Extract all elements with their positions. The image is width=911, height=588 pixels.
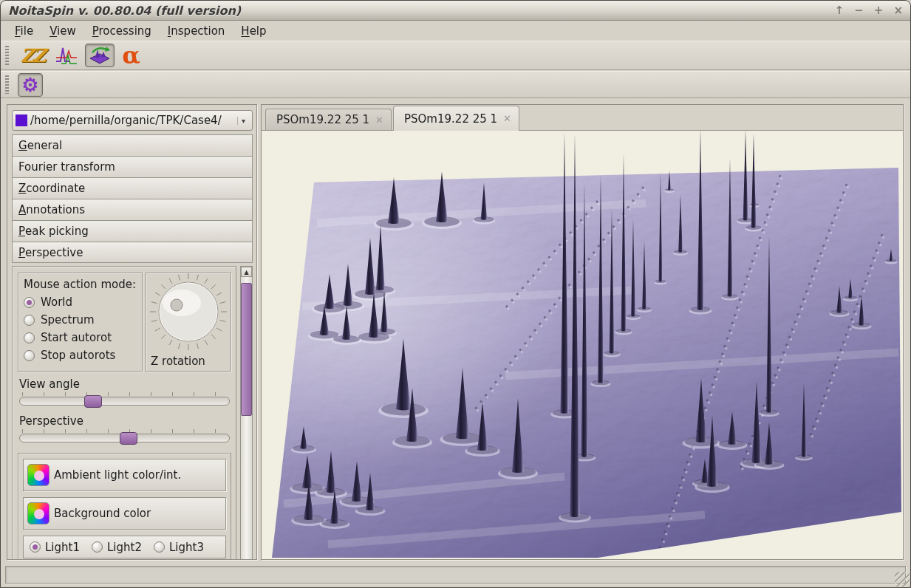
sidebar-section-peak-picking[interactable]: Peak picking <box>12 220 253 242</box>
mouse-mode-stop-autorots-radio[interactable] <box>24 350 35 361</box>
slider-stack: View anglePerspective <box>18 377 231 445</box>
application-window: { "window": { "title": "NoitaSpin v. 00.… <box>0 0 911 588</box>
sidebar-scrollbar[interactable]: ▲ ▼ <box>240 266 253 560</box>
light-select-group: Light1Light2Light3 <box>23 536 226 558</box>
perspective-section-body: Mouse action mode: WorldSpectrumStart au… <box>12 266 253 560</box>
lighting-group: Ambient light color/int. Background colo… <box>18 453 231 560</box>
light2-label: Light2 <box>107 541 142 554</box>
background-color-button[interactable]: Background color <box>23 497 226 530</box>
spectrum-peaks-icon <box>55 45 78 66</box>
color-wheel-icon <box>27 464 50 486</box>
mouse-mode-spectrum-option[interactable]: Spectrum <box>24 313 142 327</box>
control-sidebar: /home/pernilla/organic/TPK/Case4/ ▾ Gene… <box>7 104 257 560</box>
mouse-mode-world-radio[interactable] <box>24 297 35 308</box>
z-rotation-label: Z rotation <box>151 355 205 368</box>
view-angle-track[interactable] <box>19 397 230 406</box>
z-rotation-knob[interactable] <box>146 273 231 355</box>
mouse-action-mode-group: Mouse action mode: WorldSpectrumStart au… <box>18 273 143 372</box>
menu-item-inspection[interactable]: Inspection <box>160 23 233 39</box>
sidebar-section-general[interactable]: General <box>12 134 253 156</box>
knob-indicator-dot <box>171 299 182 311</box>
perspective-thumb[interactable] <box>120 432 137 445</box>
close-tab-icon[interactable]: ✕ <box>503 113 511 124</box>
dataset-path-combobox[interactable]: /home/pernilla/organic/TPK/Case4/ ▾ <box>12 110 253 131</box>
light1-label: Light1 <box>45 541 80 554</box>
chevron-down-icon[interactable]: ▾ <box>237 117 249 125</box>
scrollbar-thumb[interactable] <box>241 283 252 416</box>
sidebar-section-z-coordinate[interactable]: Z coordinate <box>12 177 253 199</box>
toolbar-gripper[interactable] <box>5 75 9 94</box>
secondary-toolbar: ⚙ <box>1 71 910 98</box>
light1-option[interactable]: Light1 <box>30 541 80 554</box>
light2-radio[interactable] <box>92 541 103 553</box>
zz-icon: ZZ <box>21 45 45 66</box>
perspective-label: Perspective <box>19 414 231 428</box>
mouse-mode-world-label: World <box>41 295 72 309</box>
toolbar-gripper[interactable] <box>5 46 9 66</box>
tab-label: PSOm19.22 25 1 <box>276 113 369 126</box>
scrollbar-track[interactable] <box>241 277 252 560</box>
surface-3d-icon <box>88 45 112 66</box>
surface-3d-viewport[interactable] <box>262 131 903 559</box>
document-panel: PSOm19.22 25 1✕PSOm19.22 25 1✕ <box>261 104 904 560</box>
perspective-panel: Mouse action mode: WorldSpectrumStart au… <box>12 266 236 560</box>
window-controls: ↑ − + × <box>835 4 903 17</box>
z-rotation-knob-group: Z rotation <box>146 273 231 372</box>
menu-item-view[interactable]: View <box>41 23 84 39</box>
close-tab-icon[interactable]: ✕ <box>375 114 383 126</box>
light2-option[interactable]: Light2 <box>92 541 142 554</box>
resize-grip[interactable] <box>895 572 910 587</box>
maximize-window-icon[interactable]: + <box>874 4 884 17</box>
alpha-icon: α <box>122 41 140 69</box>
mouse-mode-stop-autorots-label: Stop autorots <box>41 349 115 362</box>
shade-window-icon[interactable]: ↑ <box>835 4 845 17</box>
view-angle-thumb[interactable] <box>84 395 102 408</box>
light3-label: Light3 <box>169 541 204 554</box>
dataset-path-value: /home/pernilla/organic/TPK/Case4/ <box>30 114 237 127</box>
document-tab-1[interactable]: PSOm19.22 25 1✕ <box>265 109 392 130</box>
mouse-mode-spectrum-label: Spectrum <box>41 313 95 327</box>
menu-item-file[interactable]: File <box>7 23 41 39</box>
document-tab-bar: PSOm19.22 25 1✕PSOm19.22 25 1✕ <box>262 105 903 131</box>
color-wheel-icon <box>27 502 50 524</box>
surface-3d-tool-button[interactable] <box>85 44 115 67</box>
mouse-mode-spectrum-radio[interactable] <box>24 315 35 326</box>
light3-option[interactable]: Light3 <box>154 541 204 554</box>
perspective-slider[interactable] <box>19 429 230 445</box>
gear-icon: ⚙ <box>21 74 38 96</box>
surface-3d-render[interactable] <box>262 131 903 559</box>
document-tab-2[interactable]: PSOm19.22 25 1✕ <box>393 106 519 131</box>
sidebar-section-annotations[interactable]: Annotations <box>12 199 253 220</box>
background-color-label: Background color <box>54 507 151 520</box>
section-accordion: GeneralFourier transformZ coordinateAnno… <box>12 134 253 263</box>
view-angle-slider[interactable] <box>19 392 230 408</box>
view-angle-ticks <box>22 392 227 396</box>
title-bar[interactable]: NoitaSpin v. 00.80.04 (full version) ↑ −… <box>1 1 910 21</box>
main-toolbar: ZZ α <box>1 41 910 70</box>
mouse-action-mode-label: Mouse action mode: <box>24 278 142 291</box>
light3-radio[interactable] <box>154 541 165 553</box>
mouse-mode-world-option[interactable]: World <box>24 295 142 309</box>
sidebar-section-fourier-transform[interactable]: Fourier transform <box>12 156 253 177</box>
close-window-icon[interactable]: × <box>893 4 903 17</box>
sidebar-section-perspective[interactable]: Perspective <box>12 242 253 263</box>
alpha-tool-button[interactable]: α <box>119 44 144 67</box>
menu-item-help[interactable]: Help <box>233 23 274 39</box>
spectrum-tool-button[interactable] <box>52 44 81 67</box>
mouse-mode-start-autorot-option[interactable]: Start autorot <box>24 331 142 344</box>
ambient-light-color-button[interactable]: Ambient light color/int. <box>23 459 226 491</box>
main-area: /home/pernilla/organic/TPK/Case4/ ▾ Gene… <box>1 99 910 565</box>
mouse-mode-start-autorot-label: Start autorot <box>41 331 112 344</box>
mouse-mode-start-autorot-radio[interactable] <box>24 332 35 343</box>
menu-bar: FileViewProcessingInspectionHelp <box>1 21 910 40</box>
view-angle-label: View angle <box>19 377 231 391</box>
minimize-window-icon[interactable]: − <box>854 4 864 17</box>
mouse-mode-stop-autorots-option[interactable]: Stop autorots <box>24 349 142 362</box>
zz-zoom-tool-button[interactable]: ZZ <box>18 44 48 67</box>
light1-radio[interactable] <box>30 541 41 553</box>
tab-label: PSOm19.22 25 1 <box>404 112 497 126</box>
scroll-up-icon[interactable]: ▲ <box>241 267 252 277</box>
menu-item-processing[interactable]: Processing <box>84 23 160 39</box>
settings-tool-button[interactable]: ⚙ <box>18 73 43 97</box>
dataset-color-swatch <box>16 114 27 126</box>
